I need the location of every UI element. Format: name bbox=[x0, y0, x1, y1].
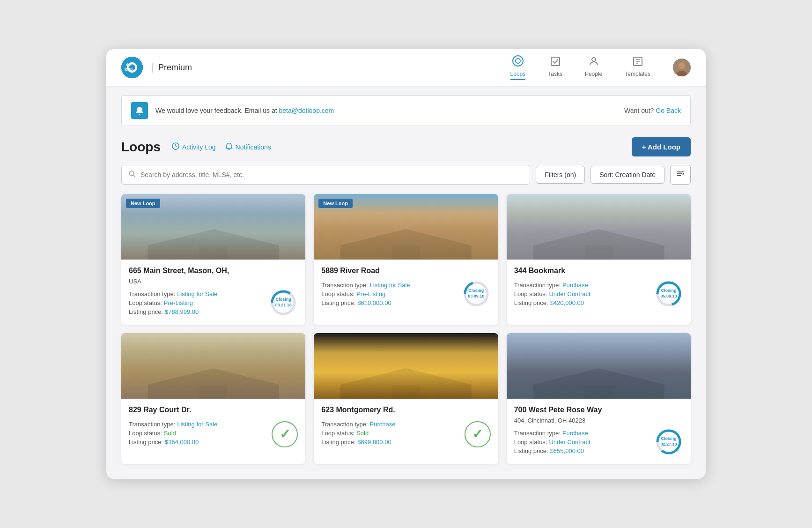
transaction-type-val: Listing for Sale bbox=[177, 290, 217, 297]
loop-status-val: Under Contract bbox=[549, 290, 590, 297]
loop-card[interactable]: 623 Montgomery Rd. Transaction type: Pur… bbox=[314, 333, 498, 464]
svg-point-5 bbox=[516, 59, 520, 63]
loop-card[interactable]: New Loop 5889 River Road Transaction typ… bbox=[314, 194, 498, 325]
listing-price-val: $420,000.00 bbox=[550, 299, 584, 306]
loop-status-val: Sold bbox=[164, 430, 176, 437]
loops-grid: New Loop 665 Main Street, Mason, OH, USA… bbox=[121, 194, 691, 464]
sold-check-mark: ✓ bbox=[465, 421, 491, 447]
loop-status-val: Pre-Listing bbox=[164, 299, 193, 306]
listing-price-val: $655,000.00 bbox=[550, 447, 584, 454]
loop-card-body: 700 West Pete Rose Way 404, Cincinnati, … bbox=[507, 399, 691, 464]
sold-check-mark: ✓ bbox=[272, 421, 298, 447]
svg-point-7 bbox=[592, 58, 596, 61]
filters-button[interactable]: Filters (on) bbox=[536, 166, 585, 184]
svg-text:dot: dot bbox=[126, 62, 132, 67]
loop-card-image bbox=[507, 333, 691, 399]
notifications-link[interactable]: Notifications bbox=[225, 142, 271, 152]
loop-address: 5889 River Road bbox=[321, 266, 490, 276]
loop-address-sub: USA bbox=[129, 278, 298, 285]
nav-item-loops[interactable]: Loops bbox=[510, 55, 526, 80]
feedback-text: We would love your feedback. Email us at… bbox=[155, 107, 624, 114]
loop-card-body: 5889 River Road Transaction type: Listin… bbox=[314, 260, 498, 316]
new-loop-badge: New Loop bbox=[318, 199, 353, 208]
search-box bbox=[121, 165, 530, 185]
svg-rect-38 bbox=[392, 385, 420, 399]
closing-circle: Closing 05.09.18 bbox=[654, 279, 683, 308]
templates-icon bbox=[632, 56, 643, 69]
sort-order-button[interactable] bbox=[670, 165, 691, 185]
loop-address: 665 Main Street, Mason, OH, bbox=[129, 266, 298, 276]
page-content: Loops Activity Log bbox=[106, 132, 706, 479]
nav-item-people[interactable]: People bbox=[585, 56, 602, 79]
header: dot loop Premium Loops bbox=[106, 49, 706, 87]
loop-card[interactable]: 829 Ray Court Dr. Transaction type: List… bbox=[121, 333, 305, 464]
listing-price-val: $699,800.00 bbox=[357, 439, 391, 446]
loop-card-image bbox=[314, 333, 498, 399]
svg-text:loop: loop bbox=[125, 67, 133, 72]
feedback-bell-icon bbox=[131, 102, 148, 119]
search-input[interactable] bbox=[140, 171, 523, 178]
loop-card-image bbox=[507, 194, 691, 260]
loop-status-val: Sold bbox=[356, 430, 369, 437]
closing-circle: Closing 03.09.18 bbox=[462, 279, 491, 308]
loops-icon bbox=[512, 55, 524, 69]
svg-point-4 bbox=[513, 56, 523, 66]
search-row: Filters (on) Sort: Creation Date bbox=[121, 165, 691, 185]
nav-item-tasks[interactable]: Tasks bbox=[548, 56, 562, 79]
closing-circle: Closing 03.21.18 bbox=[269, 288, 298, 317]
activity-log-link[interactable]: Activity Log bbox=[172, 142, 216, 152]
loop-card-image: New Loop bbox=[314, 194, 498, 260]
activity-log-label: Activity Log bbox=[182, 143, 216, 151]
loop-card-body: 665 Main Street, Mason, OH, USA Transact… bbox=[121, 260, 305, 325]
nav-items: Loops Tasks bbox=[510, 55, 691, 80]
loop-card[interactable]: 344 Bookmark Transaction type: Purchase … bbox=[507, 194, 691, 325]
loop-card-body: 829 Ray Court Dr. Transaction type: List… bbox=[121, 399, 305, 455]
transaction-type-val: Listing for Sale bbox=[177, 421, 217, 428]
logo-area: dot loop Premium bbox=[121, 57, 192, 78]
loop-address: 700 West Pete Rose Way bbox=[514, 405, 683, 415]
premium-label: Premium bbox=[152, 63, 192, 73]
people-icon bbox=[588, 56, 599, 69]
transaction-type-val: Purchase bbox=[370, 421, 396, 428]
loop-address: 829 Ray Court Dr. bbox=[129, 405, 298, 415]
go-back-link[interactable]: Go Back bbox=[656, 107, 681, 114]
search-icon bbox=[128, 170, 136, 179]
closing-circle: Closing 02.27.18 bbox=[654, 427, 683, 456]
svg-rect-32 bbox=[584, 245, 613, 260]
listing-price-val: $788,999.00 bbox=[165, 308, 199, 315]
page-header: Loops Activity Log bbox=[121, 137, 691, 156]
listing-price-val: $354,000.00 bbox=[165, 439, 199, 446]
new-loop-badge: New Loop bbox=[126, 199, 160, 208]
transaction-type-row: Transaction type: Purchase bbox=[321, 421, 490, 428]
svg-point-3 bbox=[128, 64, 136, 71]
svg-rect-40 bbox=[584, 385, 613, 399]
nav-item-templates[interactable]: Templates bbox=[625, 56, 650, 79]
loop-status-val: Under Contract bbox=[549, 439, 590, 446]
feedback-email-link[interactable]: beta@dotloop.com bbox=[279, 107, 334, 114]
page-actions: Activity Log Notifications bbox=[172, 142, 271, 152]
loop-card-body: 623 Montgomery Rd. Transaction type: Pur… bbox=[314, 399, 498, 455]
feedback-right: Want out? Go Back bbox=[624, 107, 681, 114]
loop-card-image bbox=[121, 333, 305, 399]
tasks-icon bbox=[550, 56, 561, 69]
user-avatar[interactable] bbox=[673, 59, 691, 76]
svg-point-13 bbox=[679, 62, 685, 69]
app-frame: dot loop Premium Loops bbox=[106, 49, 706, 479]
page-title: Loops bbox=[121, 140, 161, 155]
notifications-icon bbox=[225, 142, 233, 152]
loop-address: 623 Montgomery Rd. bbox=[321, 405, 490, 415]
loop-card[interactable]: 700 West Pete Rose Way 404, Cincinnati, … bbox=[507, 333, 691, 464]
svg-rect-28 bbox=[392, 245, 420, 260]
transaction-type-val: Purchase bbox=[562, 430, 588, 437]
loop-card-body: 344 Bookmark Transaction type: Purchase … bbox=[507, 260, 691, 316]
sort-button[interactable]: Sort: Creation Date bbox=[591, 166, 664, 184]
loop-card-image: New Loop bbox=[121, 194, 305, 260]
activity-log-icon bbox=[172, 142, 179, 152]
loop-card[interactable]: New Loop 665 Main Street, Mason, OH, USA… bbox=[121, 194, 305, 325]
svg-rect-6 bbox=[551, 57, 560, 66]
add-loop-button[interactable]: + Add Loop bbox=[632, 137, 691, 156]
feedback-bar: We would love your feedback. Email us at… bbox=[121, 95, 691, 126]
svg-rect-36 bbox=[199, 385, 228, 399]
svg-line-19 bbox=[133, 175, 135, 177]
notifications-label: Notifications bbox=[236, 143, 271, 151]
